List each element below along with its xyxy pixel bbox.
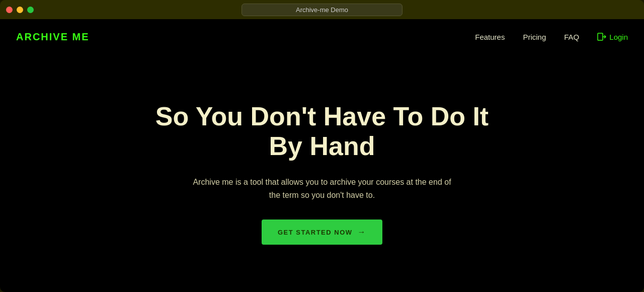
browser-window: Archive-me Demo ARCHIVE ME Features Pric…: [0, 0, 644, 292]
maximize-button[interactable]: [27, 7, 34, 13]
cta-label: GET STARTED NOW: [278, 229, 353, 236]
website-content: ARCHIVE ME Features Pricing FAQ Login So…: [0, 19, 644, 292]
title-bar: Archive-me Demo: [0, 0, 644, 19]
nav-links: Features Pricing FAQ Login: [475, 33, 628, 41]
nav-login[interactable]: Login: [597, 33, 628, 41]
navigation: ARCHIVE ME Features Pricing FAQ Login: [0, 19, 644, 54]
nav-faq[interactable]: FAQ: [564, 33, 579, 41]
minimize-button[interactable]: [17, 7, 23, 13]
login-icon: [597, 33, 606, 41]
logo: ARCHIVE ME: [16, 31, 90, 43]
traffic-lights: [6, 7, 34, 13]
close-button[interactable]: [6, 7, 13, 13]
cta-button[interactable]: GET STARTED NOW →: [262, 220, 382, 245]
nav-features[interactable]: Features: [475, 33, 505, 41]
hero-title: So You Don't Have To Do It By Hand: [146, 102, 498, 162]
arrow-icon: →: [358, 228, 367, 237]
nav-pricing[interactable]: Pricing: [523, 33, 546, 41]
hero-subtitle: Archive me is a tool that allows you to …: [191, 176, 453, 201]
address-bar[interactable]: Archive-me Demo: [242, 4, 403, 16]
hero-section: So You Don't Have To Do It By Hand Archi…: [0, 54, 644, 292]
login-label: Login: [609, 33, 628, 41]
svg-rect-0: [598, 33, 603, 40]
